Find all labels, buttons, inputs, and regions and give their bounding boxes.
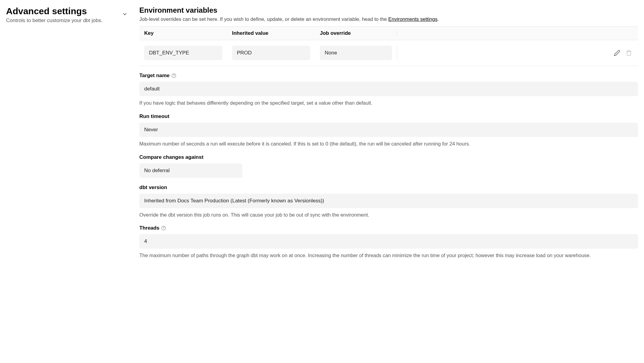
target-name-group: Target name If you have logic that behav…	[139, 73, 638, 107]
pencil-icon[interactable]	[614, 50, 620, 56]
table-row: DBT_ENV_TYPE PROD None	[139, 40, 638, 66]
trash-icon	[626, 50, 632, 56]
dbt-version-group: dbt version Override the dbt version thi…	[139, 185, 638, 219]
target-name-help: If you have logic that behaves different…	[139, 99, 638, 107]
env-vars-description: Job-level overrides can be set here. If …	[139, 16, 638, 22]
chevron-down-icon[interactable]	[122, 11, 127, 18]
env-vars-header-row: Key Inherited value Job override	[139, 27, 638, 40]
compare-changes-input[interactable]	[139, 163, 242, 178]
compare-changes-group: Compare changes against	[139, 154, 638, 178]
threads-group: Threads The maximum number of paths thro…	[139, 225, 638, 259]
svg-point-0	[172, 74, 176, 77]
env-var-override: None	[320, 46, 392, 60]
run-timeout-group: Run timeout Maximum number of seconds a …	[139, 113, 638, 148]
run-timeout-input[interactable]	[139, 123, 638, 137]
env-header-override: Job override	[315, 30, 397, 36]
compare-changes-label: Compare changes against	[139, 154, 638, 160]
target-name-label: Target name	[139, 73, 638, 79]
env-vars-table: Key Inherited value Job override DBT_ENV…	[139, 26, 638, 66]
help-icon[interactable]	[161, 226, 166, 231]
run-timeout-label: Run timeout	[139, 113, 638, 119]
env-header-key: Key	[139, 30, 227, 36]
run-timeout-help: Maximum number of seconds a run will exe…	[139, 140, 638, 148]
sidebar-subtitle: Controls to better customize your dbt jo…	[6, 18, 127, 24]
env-vars-title: Environment variables	[139, 6, 638, 15]
svg-point-2	[161, 226, 165, 230]
advanced-settings-sidebar: Advanced settings Controls to better cus…	[6, 6, 127, 259]
dbt-version-help: Override the dbt version this job runs o…	[139, 211, 638, 219]
threads-label: Threads	[139, 225, 638, 231]
env-vars-desc-prefix: Job-level overrides can be set here. If …	[139, 16, 388, 22]
sidebar-title: Advanced settings	[6, 6, 127, 16]
env-header-inherited: Inherited value	[227, 30, 315, 36]
dbt-version-input[interactable]	[139, 194, 638, 208]
help-icon[interactable]	[171, 73, 176, 78]
env-header-actions	[397, 30, 638, 36]
threads-input[interactable]	[139, 234, 638, 249]
env-var-key: DBT_ENV_TYPE	[144, 46, 222, 60]
environments-settings-link[interactable]: Environments settings	[388, 16, 437, 22]
env-vars-desc-suffix: .	[437, 16, 439, 22]
settings-main: Environment variables Job-level override…	[139, 6, 638, 259]
dbt-version-label: dbt version	[139, 185, 638, 191]
env-var-inherited: PROD	[232, 46, 310, 60]
threads-help: The maximum number of paths through the …	[139, 252, 638, 259]
target-name-input[interactable]	[139, 82, 638, 96]
